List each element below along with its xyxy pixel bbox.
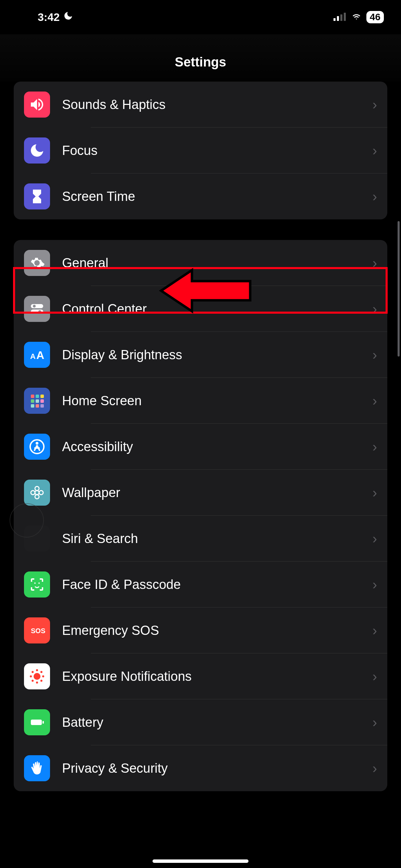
home-indicator[interactable] bbox=[153, 859, 248, 863]
battery-level: 46 bbox=[366, 11, 384, 23]
exposure-icon bbox=[24, 663, 50, 689]
sos-icon bbox=[24, 617, 50, 643]
chevron-right-icon: › bbox=[373, 669, 377, 684]
row-label: Privacy & Security bbox=[62, 761, 373, 776]
speaker-icon bbox=[24, 92, 50, 118]
person-icon bbox=[24, 434, 50, 460]
row-label: Emergency SOS bbox=[62, 623, 373, 638]
chevron-right-icon: › bbox=[373, 97, 377, 112]
wifi-icon bbox=[351, 11, 362, 24]
settings-row-faceid[interactable]: Face ID & Passcode› bbox=[14, 562, 387, 607]
chevron-right-icon: › bbox=[373, 485, 377, 501]
row-label: Home Screen bbox=[62, 394, 373, 408]
chevron-right-icon: › bbox=[373, 301, 377, 317]
settings-group: Sounds & Haptics›Focus›Screen Time› bbox=[14, 82, 387, 219]
dnd-moon-icon bbox=[63, 11, 73, 24]
row-label: Display & Brightness bbox=[62, 348, 373, 362]
row-label: Focus bbox=[62, 143, 373, 158]
moon-icon bbox=[24, 137, 50, 164]
chevron-right-icon: › bbox=[373, 761, 377, 776]
settings-row-focus[interactable]: Focus› bbox=[14, 128, 387, 173]
chevron-right-icon: › bbox=[373, 255, 377, 271]
gear-icon bbox=[24, 250, 50, 276]
chevron-right-icon: › bbox=[373, 347, 377, 363]
svg-rect-1 bbox=[337, 16, 339, 21]
settings-row-screentime[interactable]: Screen Time› bbox=[14, 173, 387, 219]
settings-content[interactable]: Sounds & Haptics›Focus›Screen Time›Gener… bbox=[0, 82, 401, 791]
chevron-right-icon: › bbox=[373, 439, 377, 455]
settings-row-display[interactable]: Display & Brightness› bbox=[14, 332, 387, 378]
settings-row-exposure[interactable]: Exposure Notifications› bbox=[14, 653, 387, 699]
status-time: 3:42 bbox=[38, 11, 60, 24]
apps-icon bbox=[24, 388, 50, 414]
svg-rect-2 bbox=[340, 14, 342, 21]
settings-row-siri[interactable]: Siri & Search› bbox=[14, 516, 387, 562]
settings-row-general[interactable]: General› bbox=[14, 240, 387, 286]
chevron-right-icon: › bbox=[373, 189, 377, 204]
settings-row-privacy[interactable]: Privacy & Security› bbox=[14, 745, 387, 791]
row-label: Accessibility bbox=[62, 439, 373, 454]
textsize-icon bbox=[24, 342, 50, 368]
settings-row-sos[interactable]: Emergency SOS› bbox=[14, 607, 387, 653]
svg-rect-3 bbox=[344, 13, 346, 21]
cell-signal-icon bbox=[333, 11, 347, 24]
flower-icon bbox=[24, 480, 50, 506]
settings-row-controlcenter[interactable]: Control Center› bbox=[14, 286, 387, 332]
row-label: Screen Time bbox=[62, 189, 373, 204]
row-label: Exposure Notifications bbox=[62, 669, 373, 684]
page-header: Settings bbox=[0, 34, 401, 82]
switches-icon bbox=[24, 296, 50, 322]
settings-row-battery[interactable]: Battery› bbox=[14, 699, 387, 745]
settings-row-sounds[interactable]: Sounds & Haptics› bbox=[14, 82, 387, 128]
assistive-touch-button[interactable] bbox=[10, 503, 44, 538]
battery-icon bbox=[24, 709, 50, 735]
chevron-right-icon: › bbox=[373, 715, 377, 730]
settings-group: General›Control Center›Display & Brightn… bbox=[14, 240, 387, 791]
page-title: Settings bbox=[175, 55, 226, 69]
hourglass-icon bbox=[24, 183, 50, 209]
status-left: 3:42 bbox=[38, 11, 73, 24]
chevron-right-icon: › bbox=[373, 393, 377, 409]
status-right: 46 bbox=[333, 11, 384, 24]
chevron-right-icon: › bbox=[373, 143, 377, 158]
status-bar: 3:42 46 bbox=[0, 0, 401, 34]
chevron-right-icon: › bbox=[373, 623, 377, 638]
hand-icon bbox=[24, 755, 50, 781]
row-label: Battery bbox=[62, 715, 373, 730]
face-icon bbox=[24, 571, 50, 598]
row-label: Wallpaper bbox=[62, 485, 373, 500]
row-label: General bbox=[62, 256, 373, 270]
chevron-right-icon: › bbox=[373, 577, 377, 592]
row-label: Face ID & Passcode bbox=[62, 577, 373, 592]
settings-row-accessibility[interactable]: Accessibility› bbox=[14, 424, 387, 470]
settings-row-homescreen[interactable]: Home Screen› bbox=[14, 378, 387, 424]
scroll-indicator[interactable] bbox=[398, 221, 400, 357]
row-label: Control Center bbox=[62, 302, 373, 316]
row-label: Siri & Search bbox=[62, 531, 373, 546]
chevron-right-icon: › bbox=[373, 531, 377, 546]
row-label: Sounds & Haptics bbox=[62, 97, 373, 112]
settings-row-wallpaper[interactable]: Wallpaper› bbox=[14, 470, 387, 516]
svg-rect-0 bbox=[333, 18, 336, 21]
